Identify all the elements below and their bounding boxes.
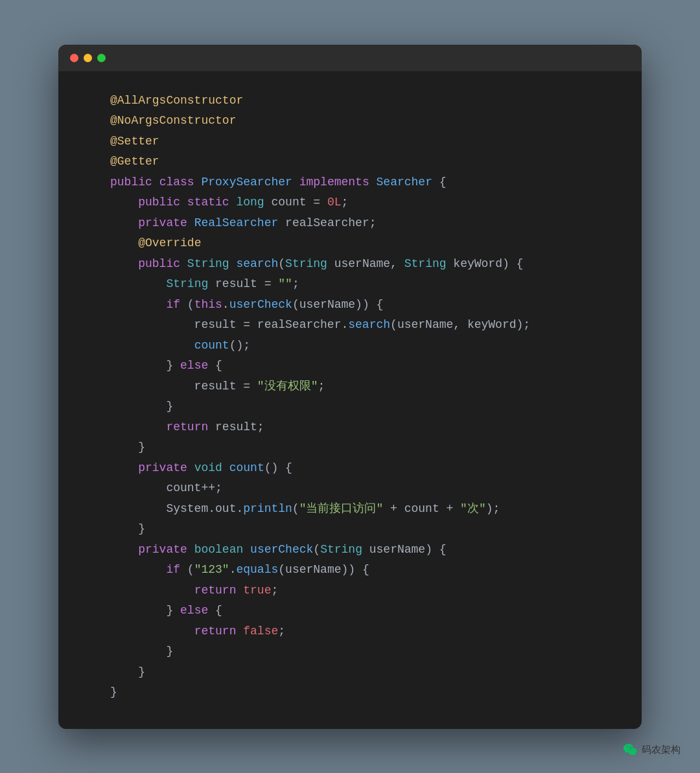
code-line-12: result = realSearcher.search(userName, k… <box>110 315 609 336</box>
code-line-10: String result = ""; <box>110 274 609 295</box>
code-line-11: if (this.userCheck(userName)) { <box>110 295 609 316</box>
code-line-25: return true; <box>110 581 609 601</box>
code-line-24: if ("123".equals(userName)) { <box>110 560 609 581</box>
code-line-28: } <box>110 641 609 662</box>
maximize-button[interactable] <box>97 54 106 62</box>
minimize-button[interactable] <box>84 54 92 62</box>
code-line-20: count++; <box>110 478 609 499</box>
code-line-21: System.out.println("当前接口访问" + count + "次… <box>110 499 609 520</box>
code-line-3: @Setter <box>110 132 609 152</box>
code-line-30: } <box>110 682 609 703</box>
close-button[interactable] <box>70 54 78 62</box>
code-line-23: private boolean userCheck(String userNam… <box>110 540 609 560</box>
code-line-17: return result; <box>110 417 609 438</box>
code-line-18: } <box>110 437 609 458</box>
wechat-icon <box>624 743 638 757</box>
code-window: @AllArgsConstructor @NoArgsConstructor @… <box>58 45 642 729</box>
code-line-2: @NoArgsConstructor <box>110 111 609 132</box>
title-bar <box>58 45 642 71</box>
code-line-8: @Override <box>110 233 609 254</box>
code-line-1: @AllArgsConstructor <box>110 91 609 111</box>
code-line-26: } else { <box>110 601 609 621</box>
code-editor: @AllArgsConstructor @NoArgsConstructor @… <box>58 71 642 729</box>
code-line-4: @Getter <box>110 152 609 172</box>
code-line-19: private void count() { <box>110 458 609 479</box>
code-line-14: } else { <box>110 356 609 376</box>
code-line-9: public String search(String userName, St… <box>110 254 609 275</box>
watermark-text: 码农架构 <box>642 744 681 756</box>
watermark: 码农架构 <box>624 743 681 757</box>
code-line-7: private RealSearcher realSearcher; <box>110 213 609 234</box>
code-line-27: return false; <box>110 621 609 642</box>
code-line-16: } <box>110 397 609 417</box>
code-line-29: } <box>110 662 609 683</box>
code-line-13: count(); <box>110 336 609 356</box>
code-line-15: result = "没有权限"; <box>110 376 609 397</box>
code-line-5: public class ProxySearcher implements Se… <box>110 172 609 193</box>
code-line-6: public static long count = 0L; <box>110 192 609 213</box>
code-line-22: } <box>110 519 609 540</box>
